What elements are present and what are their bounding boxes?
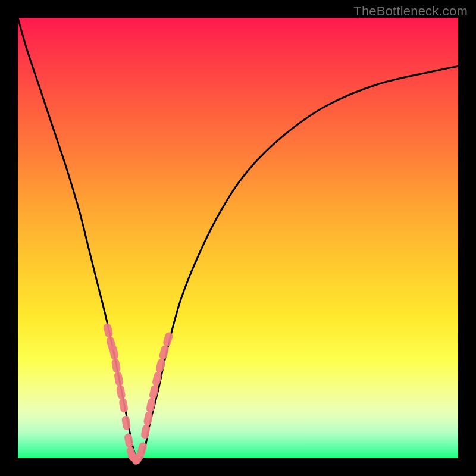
svg-rect-4	[114, 371, 124, 387]
svg-rect-0	[103, 322, 114, 338]
sample-markers	[103, 322, 174, 466]
outer-frame: TheBottleneck.com	[0, 0, 476, 476]
svg-rect-6	[118, 397, 129, 413]
chart-svg	[18, 18, 458, 458]
svg-rect-8	[124, 433, 134, 448]
svg-rect-3	[111, 358, 121, 374]
svg-rect-15	[146, 397, 156, 413]
svg-rect-16	[149, 384, 159, 400]
watermark-text: TheBottleneck.com	[353, 4, 468, 19]
svg-rect-13	[140, 424, 151, 440]
chart-plot-area	[18, 18, 458, 458]
svg-rect-17	[152, 371, 162, 387]
svg-rect-2	[108, 345, 119, 360]
svg-rect-5	[116, 384, 126, 400]
svg-rect-14	[143, 411, 153, 426]
bottleneck-curve	[18, 18, 458, 460]
svg-rect-7	[121, 415, 131, 431]
